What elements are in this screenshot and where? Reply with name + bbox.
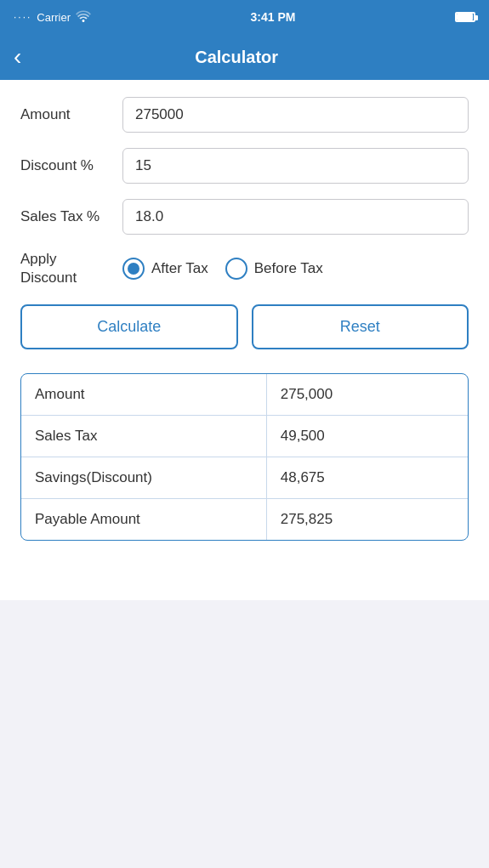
results-table: Amount275,000Sales Tax49,500Savings(Disc…	[20, 373, 469, 541]
sales-tax-label: Sales Tax %	[20, 208, 122, 225]
table-cell-value: 275,000	[267, 374, 468, 415]
discount-row: Discount %	[20, 148, 469, 184]
radio-options: After Tax Before Tax	[122, 258, 469, 280]
table-row: Payable Amount275,825	[21, 499, 468, 540]
page-title: Calculator	[31, 48, 441, 67]
status-right	[455, 12, 475, 22]
sales-tax-input[interactable]	[122, 199, 469, 235]
amount-label: Amount	[20, 106, 122, 123]
battery-icon	[455, 12, 475, 22]
nav-bar: ‹ Calculator	[0, 34, 489, 80]
carrier-label: Carrier	[37, 11, 71, 24]
table-cell-value: 49,500	[267, 416, 468, 457]
carrier-dots: ····	[14, 11, 31, 23]
table-cell-label: Payable Amount	[21, 499, 267, 540]
after-tax-label: After Tax	[151, 260, 208, 277]
sales-tax-row: Sales Tax %	[20, 199, 469, 235]
status-left: ···· Carrier	[14, 10, 91, 25]
safe-area-bottom	[0, 575, 489, 600]
amount-row: Amount	[20, 97, 469, 133]
table-cell-label: Amount	[21, 374, 267, 415]
discount-label: Discount %	[20, 157, 122, 174]
wifi-icon	[76, 10, 91, 25]
status-bar: ···· Carrier 3:41 PM	[0, 0, 489, 34]
table-row: Sales Tax49,500	[21, 416, 468, 457]
table-row: Amount275,000	[21, 374, 468, 416]
apply-discount-row: ApplyDiscount After Tax Before Tax	[20, 250, 469, 287]
before-tax-label: Before Tax	[254, 260, 323, 277]
discount-input[interactable]	[122, 148, 469, 184]
after-tax-option[interactable]: After Tax	[122, 258, 208, 280]
after-tax-radio[interactable]	[122, 258, 145, 280]
back-button[interactable]: ‹	[14, 45, 21, 69]
content-area: Amount Discount % Sales Tax % ApplyDisco…	[0, 80, 489, 575]
table-cell-value: 275,825	[267, 499, 468, 540]
buttons-row: Calculate Reset	[20, 304, 469, 349]
reset-button[interactable]: Reset	[252, 304, 469, 349]
apply-discount-label: ApplyDiscount	[20, 250, 122, 287]
status-time: 3:41 PM	[251, 10, 296, 24]
table-row: Savings(Discount)48,675	[21, 457, 468, 499]
amount-input[interactable]	[122, 97, 469, 133]
table-cell-label: Sales Tax	[21, 416, 267, 457]
table-cell-value: 48,675	[267, 457, 468, 498]
before-tax-radio[interactable]	[225, 258, 247, 280]
table-cell-label: Savings(Discount)	[21, 457, 267, 498]
before-tax-option[interactable]: Before Tax	[225, 258, 323, 280]
calculate-button[interactable]: Calculate	[20, 304, 238, 349]
